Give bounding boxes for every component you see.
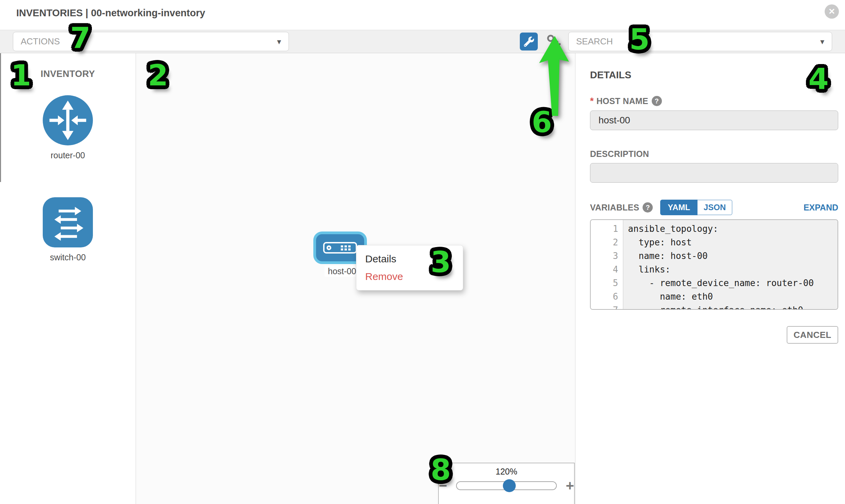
toggle-json[interactable]: JSON <box>698 200 733 215</box>
chevron-down-icon: ▾ <box>277 37 281 47</box>
actions-dropdown[interactable]: ACTIONS ▾ <box>13 32 289 51</box>
palette-item-switch[interactable]: switch-00 <box>42 197 93 262</box>
tools-button[interactable] <box>520 33 538 51</box>
close-button[interactable]: ✕ <box>825 4 839 19</box>
help-icon[interactable]: ? <box>642 202 653 213</box>
line-number: 7 <box>591 303 623 310</box>
description-field[interactable] <box>590 163 838 183</box>
zoom-slider-track[interactable] <box>456 481 557 490</box>
context-menu-item-remove[interactable]: Remove <box>365 268 463 285</box>
code-area[interactable]: ansible_topology: type: host name: host-… <box>623 220 838 309</box>
details-panel: DETAILS * HOST NAME ? DESCRIPTION VARIAB… <box>575 53 845 504</box>
line-number: 2 <box>591 236 623 249</box>
page-title: INVENTORIES | 00-networking-inventory <box>16 7 205 19</box>
line-number: 5 <box>591 276 623 290</box>
inventory-title: INVENTORY <box>41 69 95 79</box>
toolbar: ACTIONS ▾ SEARCH ▾ <box>0 30 845 53</box>
code-line: ansible_topology: <box>628 222 838 236</box>
close-icon: ✕ <box>828 7 835 16</box>
code-line: type: host <box>628 236 838 249</box>
host-name-field[interactable] <box>590 110 838 130</box>
palette-item-label: switch-00 <box>50 252 86 262</box>
palette-item-label: router-00 <box>51 150 85 160</box>
required-marker: * <box>590 95 594 106</box>
details-title: DETAILS <box>590 70 837 81</box>
context-menu-item-details[interactable]: Details <box>365 250 463 268</box>
code-line: name: eth0 <box>628 290 838 303</box>
palette-item-router[interactable]: router-00 <box>42 95 93 160</box>
variables-label: VARIABLES <box>590 203 639 213</box>
zoom-level-value: 120% <box>439 467 574 476</box>
code-gutter: 1 2 3 4 5 6 7 <box>591 220 623 309</box>
zoom-slider-thumb[interactable] <box>503 479 516 492</box>
actions-dropdown-label: ACTIONS <box>21 36 60 47</box>
inventory-topology-window: INVENTORIES | 00-networking-inventory ✕ … <box>0 0 845 504</box>
credentials-button[interactable] <box>545 33 562 50</box>
help-icon[interactable]: ? <box>652 96 662 106</box>
key-icon <box>546 34 562 50</box>
topology-canvas[interactable]: host-00 Details Remove 120% − + <box>136 53 575 504</box>
code-line: name: host-00 <box>628 249 838 263</box>
code-line: - remote_device_name: router-00 <box>628 276 838 290</box>
toggle-yaml[interactable]: YAML <box>660 200 698 215</box>
search-dropdown[interactable]: SEARCH ▾ <box>568 32 832 51</box>
host-icon <box>323 242 357 253</box>
line-number: 3 <box>591 249 623 263</box>
panel-edge-mark <box>0 53 1 182</box>
line-number: 6 <box>591 290 623 303</box>
inventory-palette: INVENTORY router-00 <box>0 53 136 504</box>
cancel-button[interactable]: CANCEL <box>787 326 838 344</box>
code-line: links: <box>628 263 838 276</box>
line-number: 1 <box>591 222 623 236</box>
host-name-label: HOST NAME <box>596 96 648 106</box>
line-number: 4 <box>591 263 623 276</box>
search-dropdown-label: SEARCH <box>576 36 613 47</box>
main-area: INVENTORY router-00 <box>0 53 845 504</box>
variables-format-toggle: YAML JSON <box>660 200 733 215</box>
context-menu: Details Remove <box>356 245 463 290</box>
expand-link[interactable]: EXPAND <box>804 203 838 213</box>
host-node-label: host-00 <box>324 266 359 277</box>
toolbar-right-tools: SEARCH ▾ <box>520 32 832 51</box>
zoom-control: 120% − + <box>438 463 575 504</box>
chevron-down-icon: ▾ <box>820 37 824 47</box>
code-line: remote_interface_name: eth0 <box>628 303 838 310</box>
switch-icon <box>42 197 93 248</box>
description-label: DESCRIPTION <box>590 149 649 159</box>
wrench-icon <box>524 37 534 47</box>
window-header: INVENTORIES | 00-networking-inventory ✕ <box>0 0 845 30</box>
zoom-in-button[interactable]: + <box>566 481 574 491</box>
router-icon <box>42 95 93 146</box>
zoom-out-button[interactable]: − <box>439 481 447 491</box>
variables-code-editor[interactable]: 1 2 3 4 5 6 7 ansible_topology: type: ho… <box>590 219 838 310</box>
